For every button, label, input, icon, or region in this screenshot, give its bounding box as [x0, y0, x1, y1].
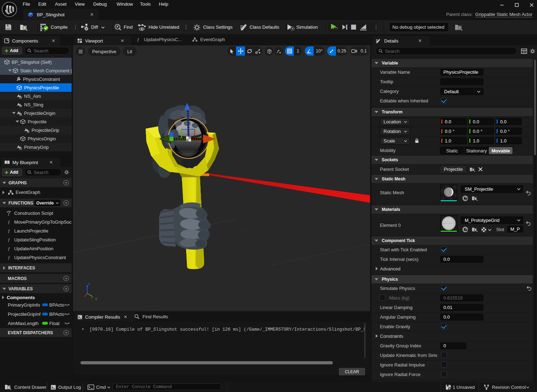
svg-text:f: f [138, 37, 139, 42]
svg-text:z: z [88, 282, 90, 286]
svg-text:f: f [8, 219, 10, 224]
svg-text:f: f [8, 237, 10, 242]
svg-text:Y: Y [95, 297, 97, 301]
svg-text:f: f [8, 246, 10, 251]
svg-text:f: f [8, 228, 10, 233]
svg-text:f: f [8, 255, 10, 260]
